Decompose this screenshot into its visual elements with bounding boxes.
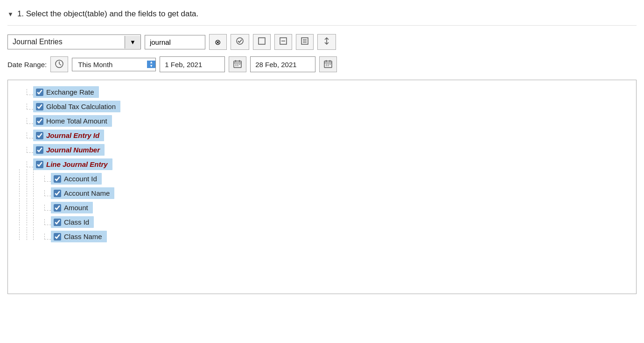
square3-icon — [301, 37, 308, 47]
svg-point-0 — [237, 38, 243, 44]
field-checkbox-global-tax[interactable] — [36, 103, 43, 110]
field-item-global-tax[interactable]: Global Tax Calculation — [33, 101, 120, 112]
tree-item-line-journal-entry[interactable]: Line Journal Entry — [8, 157, 636, 172]
field-label-account-name: Account Name — [64, 189, 110, 197]
end-calendar-icon — [323, 59, 333, 70]
object-dropdown-button[interactable]: ▼ — [125, 36, 140, 48]
tree-item-class-name[interactable]: Class Name — [8, 229, 636, 244]
toolbar-row: Journal Entries ▼ ⊗ — [7, 34, 637, 50]
field-label-journal-number: Journal Number — [46, 146, 100, 154]
start-date-field[interactable]: 1 Feb, 2021 — [160, 56, 225, 72]
square2-icon — [280, 37, 287, 47]
field-item-home-total[interactable]: Home Total Amount — [33, 115, 112, 127]
field-item-journal-number[interactable]: Journal Number — [33, 144, 105, 156]
section-header: ▼ 1. Select the object(table) and the fi… — [7, 5, 637, 26]
start-date-calendar-button[interactable] — [229, 56, 246, 72]
object-selector[interactable]: Journal Entries ▼ — [7, 34, 141, 49]
date-preset-wrapper[interactable]: This Month ▲ ▼ — [72, 58, 156, 71]
field-label-amount: Amount — [64, 204, 88, 212]
start-date-value: 1 Feb, 2021 — [165, 61, 202, 69]
field-label-journal-entry-id: Journal Entry Id — [46, 131, 99, 139]
field-label-global-tax: Global Tax Calculation — [46, 103, 116, 110]
clock-icon — [55, 59, 64, 70]
field-checkbox-amount[interactable] — [54, 204, 61, 212]
tree-item-account-name[interactable]: Account Name — [8, 186, 636, 200]
field-checkbox-account-name[interactable] — [54, 190, 61, 197]
field-label-class-name: Class Name — [64, 233, 102, 240]
end-date-value: 28 Feb, 2021 — [255, 61, 296, 69]
field-checkbox-home-total[interactable] — [36, 117, 43, 125]
field-item-exchange-rate[interactable]: Exchange Rate — [33, 86, 99, 98]
field-checkbox-exchange-rate[interactable] — [36, 89, 43, 96]
field-item-class-name[interactable]: Class Name — [51, 231, 107, 242]
field-label-class-id: Class Id — [64, 218, 89, 226]
clock-button[interactable] — [50, 56, 68, 72]
field-checkbox-journal-entry-id[interactable] — [36, 132, 43, 139]
field-checkbox-class-name[interactable] — [54, 233, 61, 240]
field-checkbox-class-id[interactable] — [54, 219, 61, 226]
tree-item-account-id[interactable]: Account Id — [8, 172, 636, 186]
date-preset-selector[interactable]: This Month ▲ ▼ — [72, 58, 156, 71]
field-item-account-name[interactable]: Account Name — [51, 187, 114, 199]
date-preset-value: This Month — [72, 58, 147, 71]
collapse-icon[interactable]: ▼ — [7, 11, 14, 18]
tree-item-journal-number[interactable]: Journal Number — [8, 143, 636, 157]
sort-button[interactable] — [317, 34, 336, 50]
field-item-class-id[interactable]: Class Id — [51, 216, 94, 228]
end-date-field[interactable]: 28 Feb, 2021 — [250, 56, 315, 72]
tree-item-amount[interactable]: Amount — [8, 200, 636, 215]
date-range-label: Date Range: — [7, 61, 47, 69]
field-label-exchange-rate: Exchange Rate — [46, 88, 94, 96]
check-icon — [236, 37, 244, 47]
field-label-line-journal-entry: Line Journal Entry — [46, 160, 108, 168]
tree-item-home-total[interactable]: Home Total Amount — [8, 114, 636, 128]
clear-icon: ⊗ — [215, 38, 221, 47]
field-item-amount[interactable]: Amount — [51, 202, 93, 213]
start-calendar-icon — [233, 59, 242, 70]
date-preset-spinners[interactable]: ▲ ▼ — [147, 61, 155, 68]
svg-line-11 — [59, 64, 61, 65]
tree-item-global-tax[interactable]: Global Tax Calculation — [8, 99, 636, 114]
spinner-down-icon[interactable]: ▼ — [147, 64, 155, 68]
fields-container: Exchange Rate Global Tax Calculation Hom… — [7, 80, 637, 294]
field-checkbox-line-journal-entry[interactable] — [36, 161, 43, 168]
sort-icon — [322, 37, 331, 47]
clear-button[interactable]: ⊗ — [209, 34, 227, 50]
square1-icon — [258, 37, 266, 47]
square3-button[interactable] — [296, 34, 314, 50]
field-label-account-id: Account Id — [64, 175, 97, 183]
field-label-home-total: Home Total Amount — [46, 117, 107, 125]
tree-item-exchange-rate[interactable]: Exchange Rate — [8, 85, 636, 99]
tree-item-class-id[interactable]: Class Id — [8, 215, 636, 229]
field-checkbox-journal-number[interactable] — [36, 146, 43, 154]
date-range-row: Date Range: This Month ▲ ▼ — [7, 56, 637, 72]
end-date-calendar-button[interactable] — [319, 56, 337, 72]
object-select-value: Journal Entries — [8, 35, 125, 49]
svg-rect-1 — [259, 38, 265, 44]
section-title: 1. Select the object(table) and the fiel… — [17, 9, 198, 19]
square2-button[interactable] — [274, 34, 292, 50]
field-checkbox-account-id[interactable] — [54, 175, 61, 183]
field-item-journal-entry-id[interactable]: Journal Entry Id — [33, 130, 104, 141]
field-item-account-id[interactable]: Account Id — [51, 173, 102, 185]
tree-item-journal-entry-id[interactable]: Journal Entry Id — [8, 128, 636, 143]
search-input[interactable] — [145, 35, 205, 49]
check-button[interactable] — [231, 34, 249, 50]
field-item-line-journal-entry[interactable]: Line Journal Entry — [33, 158, 112, 170]
square1-button[interactable] — [253, 34, 271, 50]
